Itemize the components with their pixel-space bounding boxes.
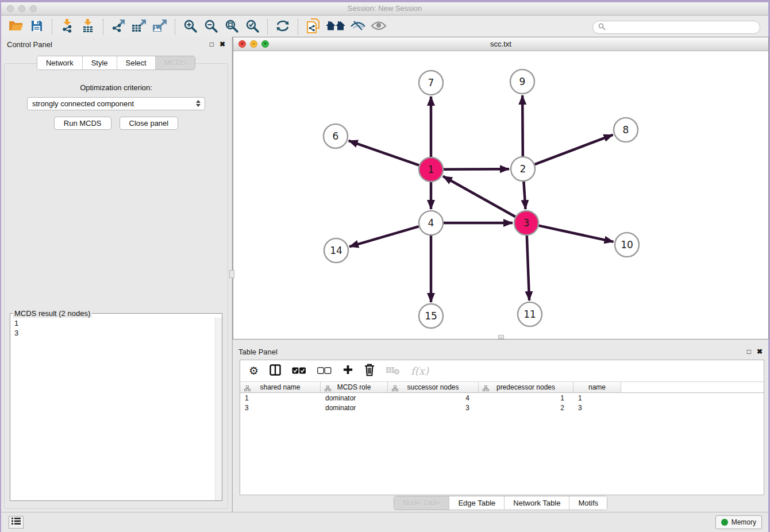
- criterion-select[interactable]: strongly connected component: [27, 97, 205, 110]
- zoom-in-button[interactable]: [180, 18, 201, 36]
- table-cell[interactable]: dominator: [321, 394, 388, 402]
- window-controls[interactable]: [7, 5, 37, 12]
- table-cell[interactable]: 1: [240, 394, 321, 402]
- column-header-predecessor-nodes[interactable]: predecessor nodes: [479, 382, 573, 392]
- node-label-11: 11: [523, 309, 536, 320]
- edge-4-14[interactable]: [349, 226, 419, 246]
- export-image-button[interactable]: [149, 18, 170, 36]
- float-panel-icon[interactable]: □: [210, 40, 214, 48]
- create-column-button[interactable]: [342, 364, 353, 377]
- maximize-window-button[interactable]: [30, 5, 37, 12]
- search-input[interactable]: [609, 23, 754, 32]
- table-cell[interactable]: 3: [573, 404, 621, 412]
- export-network-icon: [111, 19, 125, 35]
- memory-button[interactable]: Memory: [715, 515, 762, 529]
- function-builder-button-disabled: f(x): [411, 365, 429, 377]
- table-cell[interactable]: 1: [479, 394, 573, 402]
- edge-2-9[interactable]: [522, 95, 523, 156]
- tab-node-table[interactable]: Node Table: [394, 496, 450, 510]
- import-table-button[interactable]: [78, 18, 98, 36]
- canvas-bottom-grip[interactable]: [498, 335, 504, 339]
- main-toolbar: [1, 16, 768, 38]
- run-mcds-button[interactable]: Run MCDS: [54, 117, 111, 130]
- close-window-button[interactable]: [7, 5, 14, 12]
- control-panel-tabs: NetworkStyleSelectMCDS: [1, 56, 231, 70]
- task-history-button[interactable]: [9, 516, 24, 529]
- edge-3-10[interactable]: [538, 226, 613, 242]
- search-box[interactable]: [592, 21, 760, 34]
- tab-network[interactable]: Network: [37, 56, 83, 70]
- table-cell[interactable]: 2: [479, 404, 573, 412]
- edge-2-3[interactable]: [523, 182, 525, 209]
- zoom-selected-button[interactable]: [242, 18, 263, 36]
- delete-column-button[interactable]: [364, 364, 375, 379]
- edge-1-2[interactable]: [444, 169, 509, 169]
- column-header-name[interactable]: name: [573, 382, 621, 392]
- export-network-button[interactable]: [108, 18, 129, 36]
- node-label-7: 7: [428, 77, 434, 88]
- tab-style[interactable]: Style: [83, 56, 117, 70]
- close-network-button[interactable]: ×: [238, 40, 246, 48]
- refresh-icon: [275, 19, 290, 35]
- tab-network-table[interactable]: Network Table: [505, 496, 569, 510]
- result-scrollbar[interactable]: [215, 318, 222, 500]
- zoom-fit-button[interactable]: [221, 18, 242, 36]
- float-table-panel-icon[interactable]: □: [747, 348, 751, 356]
- table-tabs: Node TableEdge TableNetwork TableMotifs: [233, 496, 768, 510]
- tree-hierarchy-icon: [392, 385, 398, 393]
- column-header-shared-name[interactable]: shared name: [240, 382, 321, 392]
- tab-select[interactable]: Select: [117, 56, 156, 70]
- export-table-button[interactable]: [129, 18, 149, 36]
- apply-layout-button[interactable]: [272, 18, 293, 36]
- column-header-successor-nodes[interactable]: successor nodes: [388, 382, 479, 392]
- tab-motifs[interactable]: Motifs: [569, 496, 607, 510]
- open-folder-icon: [9, 20, 24, 34]
- import-network-icon: [60, 19, 74, 35]
- minimize-network-button[interactable]: −: [250, 40, 257, 48]
- node-label-2: 2: [520, 163, 526, 175]
- divider-grip[interactable]: [229, 270, 234, 278]
- columns-icon: [270, 364, 281, 378]
- tab-mcds[interactable]: MCDS: [156, 56, 195, 70]
- table-cell[interactable]: dominator: [321, 404, 388, 412]
- maximize-network-button[interactable]: +: [261, 40, 269, 48]
- clone-network-button[interactable]: [303, 18, 324, 36]
- table-cell[interactable]: 1: [573, 394, 621, 402]
- column-header-mcds-role[interactable]: MCDS role: [321, 382, 388, 392]
- tree-hierarchy-icon: [244, 385, 251, 393]
- tab-edge-table[interactable]: Edge Table: [449, 496, 505, 510]
- app-window: Session: New Session: [1, 2, 768, 532]
- hide-selected-button[interactable]: [348, 18, 368, 36]
- close-table-panel-icon[interactable]: ✖: [757, 348, 763, 356]
- show-all-button[interactable]: [368, 18, 389, 36]
- edge-2-8[interactable]: [535, 135, 613, 165]
- import-network-button[interactable]: [57, 18, 78, 36]
- table-settings-button[interactable]: ⚙: [249, 365, 259, 376]
- table-cell[interactable]: 4: [388, 394, 479, 402]
- table-cell[interactable]: 3: [240, 404, 321, 412]
- table-row[interactable]: 3dominator323: [240, 403, 764, 413]
- select-all-columns-button[interactable]: [292, 366, 306, 376]
- network-canvas[interactable]: 7968124314101511: [233, 51, 768, 339]
- toolbar-separator: [175, 19, 175, 35]
- node-label-15: 15: [425, 310, 437, 322]
- zoom-selected-icon: [245, 18, 260, 36]
- network-graph[interactable]: 7968124314101511: [233, 51, 768, 339]
- zoom-out-button[interactable]: [201, 18, 221, 36]
- node-label-6: 6: [333, 130, 339, 142]
- close-panel-icon[interactable]: ✖: [220, 40, 225, 48]
- two-houses-button[interactable]: [324, 18, 348, 36]
- show-columns-button[interactable]: [270, 364, 281, 378]
- edge-3-1[interactable]: [443, 176, 515, 217]
- mcds-result-list[interactable]: 13: [10, 318, 222, 338]
- open-session-button[interactable]: [6, 18, 26, 36]
- table-cell[interactable]: 3: [388, 404, 479, 412]
- minimize-window-button[interactable]: [18, 5, 25, 12]
- edge-1-6[interactable]: [349, 141, 419, 165]
- save-session-button[interactable]: [26, 18, 47, 36]
- zoom-in-icon: [183, 18, 198, 36]
- edge-3-11[interactable]: [527, 236, 529, 300]
- unselect-all-columns-button[interactable]: [317, 366, 332, 376]
- close-panel-button[interactable]: Close panel: [120, 117, 179, 130]
- table-row[interactable]: 1dominator411: [240, 393, 764, 403]
